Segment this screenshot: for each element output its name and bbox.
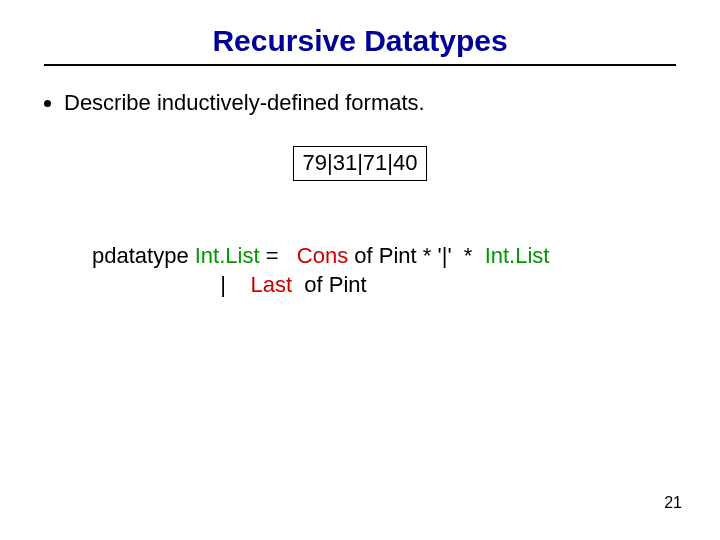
title-underline bbox=[44, 64, 676, 66]
cons-body: of Pint * '|' * bbox=[348, 243, 484, 268]
type-intlist: Int.List bbox=[195, 243, 260, 268]
type-intlist-ref: Int.List bbox=[485, 243, 550, 268]
last-body: of Pint bbox=[298, 272, 366, 297]
bullet-list: Describe inductively-defined formats. bbox=[40, 90, 680, 116]
code-line-2: | Last of Pint bbox=[92, 270, 680, 300]
datatype-definition: pdatatype Int.List = Cons of Pint * '|' … bbox=[92, 241, 680, 300]
example-row: 79|31|71|40 bbox=[40, 146, 680, 181]
pipe-indent: | bbox=[92, 272, 251, 297]
constructor-cons: Cons bbox=[297, 243, 348, 268]
constructor-last: Last bbox=[251, 272, 299, 297]
code-line-1: pdatatype Int.List = Cons of Pint * '|' … bbox=[92, 241, 680, 271]
page-number: 21 bbox=[664, 494, 682, 512]
slide-title: Recursive Datatypes bbox=[40, 24, 680, 58]
keyword-pdatatype: pdatatype bbox=[92, 243, 195, 268]
example-box: 79|31|71|40 bbox=[293, 146, 426, 181]
bullet-item: Describe inductively-defined formats. bbox=[64, 90, 680, 116]
equals: = bbox=[260, 243, 297, 268]
slide: Recursive Datatypes Describe inductively… bbox=[0, 0, 720, 540]
